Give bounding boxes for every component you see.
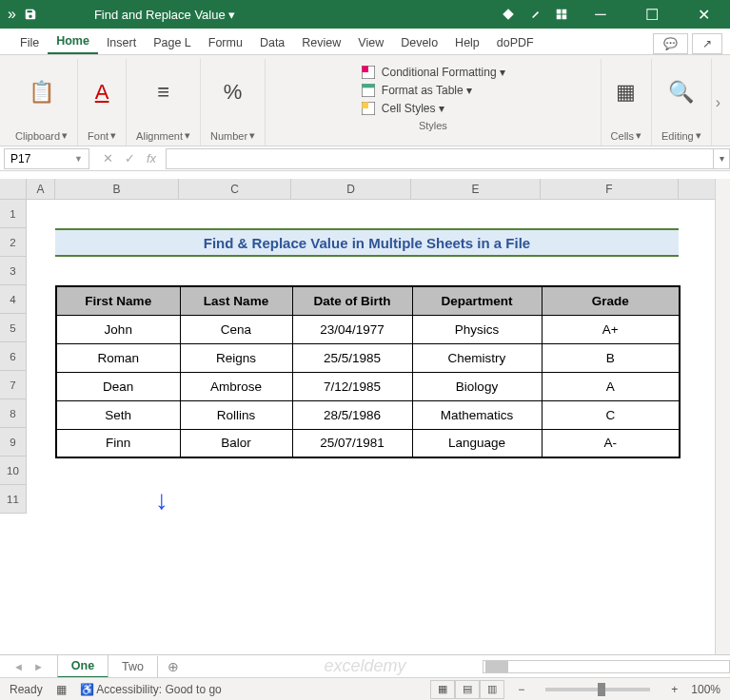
tab-home[interactable]: Home <box>48 29 98 54</box>
tab-dopdf[interactable]: doPDF <box>488 31 543 54</box>
macro-record-icon[interactable]: ▦ <box>56 683 67 696</box>
add-sheet-button[interactable]: ⊕ <box>158 659 188 674</box>
cell-styles-button[interactable]: Cell Styles ▾ <box>361 101 444 116</box>
chevron-down-icon[interactable]: ▾ <box>110 129 116 142</box>
expand-formula-bar[interactable]: ▾ <box>713 148 730 169</box>
cell[interactable]: Balor <box>180 429 292 457</box>
row-header[interactable]: 9 <box>0 428 27 457</box>
font-icon[interactable]: A <box>95 59 109 126</box>
diamond-icon[interactable] <box>502 8 515 21</box>
formula-input[interactable] <box>166 148 713 169</box>
sheet-nav-prev[interactable]: ◄ <box>13 661 24 672</box>
row-header[interactable]: 11 <box>0 485 27 514</box>
chevron-down-icon[interactable]: ▾ <box>636 129 641 142</box>
paste-icon[interactable]: 📋 <box>29 59 54 126</box>
cell[interactable]: Dean <box>56 372 180 400</box>
cell[interactable]: Biology <box>412 372 542 400</box>
row-header[interactable]: 4 <box>0 285 27 314</box>
cell[interactable]: Finn <box>56 429 180 457</box>
cell[interactable]: Reigns <box>180 343 292 372</box>
chevron-down-icon[interactable]: ▾ <box>62 129 68 142</box>
view-normal[interactable]: ▦ <box>430 680 455 699</box>
maximize-button[interactable]: ☐ <box>633 0 671 29</box>
editing-icon[interactable]: 🔍 <box>668 59 694 126</box>
comments-button[interactable]: 💬 <box>653 33 688 54</box>
ribbon-scroll-right[interactable]: › <box>712 94 724 111</box>
tab-help[interactable]: Help <box>446 31 488 54</box>
chevron-down-icon[interactable]: ▾ <box>696 129 701 142</box>
minimize-button[interactable]: ─ <box>582 0 620 29</box>
tab-file[interactable]: File <box>11 31 48 54</box>
tab-view[interactable]: View <box>349 31 392 54</box>
horizontal-scrollbar[interactable] <box>483 660 730 673</box>
sheet-nav-next[interactable]: ► <box>33 661 44 672</box>
cancel-formula-icon[interactable]: ✕ <box>103 151 113 165</box>
tab-pagelayout[interactable]: Page L <box>145 31 200 54</box>
cell[interactable]: 28/5/1986 <box>292 400 412 429</box>
col-header-c[interactable]: C <box>179 179 291 199</box>
format-as-table-button[interactable]: Format as Table ▾ <box>361 83 472 98</box>
zoom-in-button[interactable]: + <box>671 683 678 696</box>
zoom-slider[interactable] <box>545 688 650 691</box>
row-header[interactable]: 2 <box>0 228 27 257</box>
quickaccess-more-icon[interactable]: » <box>8 6 16 23</box>
cell[interactable]: A- <box>542 429 680 457</box>
row-header[interactable]: 6 <box>0 342 27 371</box>
cell[interactable]: Mathematics <box>412 400 542 429</box>
cell[interactable]: 25/07/1981 <box>292 429 412 457</box>
chevron-down-icon[interactable]: ▼ <box>74 154 83 164</box>
conditional-formatting-button[interactable]: Conditional Formatting ▾ <box>361 65 505 80</box>
view-pagebreak[interactable]: ▥ <box>480 680 504 699</box>
row-header[interactable]: 8 <box>0 399 27 428</box>
tab-review[interactable]: Review <box>293 31 349 54</box>
col-header-e[interactable]: E <box>411 179 541 199</box>
cell[interactable]: Ambrose <box>180 372 292 400</box>
vertical-scrollbar[interactable] <box>715 179 730 654</box>
zoom-out-button[interactable]: − <box>518 683 524 696</box>
col-header-a[interactable]: A <box>27 179 55 199</box>
accessibility-status[interactable]: ♿ Accessibility: Good to go <box>80 683 222 696</box>
cell[interactable]: Language <box>412 429 542 457</box>
fx-icon[interactable]: fx <box>147 151 156 165</box>
cell[interactable]: Roman <box>56 343 180 372</box>
row-header[interactable]: 3 <box>0 257 27 285</box>
cell[interactable]: Rollins <box>180 400 292 429</box>
grid-icon[interactable] <box>555 8 568 21</box>
cell[interactable]: A <box>542 372 680 400</box>
cell[interactable]: A+ <box>542 315 680 343</box>
chevron-down-icon[interactable]: ▾ <box>249 129 255 142</box>
sheet-title-band[interactable]: Find & Replace Value in Multiple Sheets … <box>55 228 679 257</box>
col-header-d[interactable]: D <box>291 179 411 199</box>
sheet-tab-one[interactable]: One <box>57 654 109 678</box>
cell[interactable]: Seth <box>56 400 180 429</box>
col-header-b[interactable]: B <box>55 179 179 199</box>
col-lastname[interactable]: Last Name <box>180 286 292 315</box>
tab-developer[interactable]: Develo <box>392 31 446 54</box>
cell[interactable]: John <box>56 315 180 343</box>
row-header[interactable]: 10 <box>0 457 27 485</box>
cell[interactable]: 25/5/1985 <box>292 343 412 372</box>
name-box[interactable]: P17 ▼ <box>4 148 89 169</box>
col-grade[interactable]: Grade <box>542 286 680 315</box>
enter-formula-icon[interactable]: ✓ <box>125 151 135 165</box>
col-header-f[interactable]: F <box>541 179 679 199</box>
col-dob[interactable]: Date of Birth <box>292 286 412 315</box>
cell[interactable]: B <box>542 343 680 372</box>
wand-icon[interactable] <box>528 8 542 21</box>
chevron-down-icon[interactable]: ▾ <box>185 129 190 142</box>
cells-icon[interactable]: ▦ <box>616 59 636 126</box>
zoom-level[interactable]: 100% <box>691 683 720 696</box>
document-title[interactable]: Find and Replace Value ▾ <box>94 8 235 22</box>
cell[interactable]: 23/04/1977 <box>292 315 412 343</box>
cell[interactable]: Physics <box>412 315 542 343</box>
tab-data[interactable]: Data <box>251 31 293 54</box>
row-header[interactable]: 7 <box>0 371 27 399</box>
number-icon[interactable]: % <box>224 59 243 126</box>
cell[interactable]: 7/12/1985 <box>292 372 412 400</box>
cell[interactable]: C <box>542 400 680 429</box>
tab-insert[interactable]: Insert <box>98 31 145 54</box>
tab-formulas[interactable]: Formu <box>200 31 251 54</box>
cell[interactable]: Cena <box>180 315 292 343</box>
close-button[interactable]: ✕ <box>684 0 722 29</box>
share-button[interactable]: ↗ <box>692 33 722 54</box>
